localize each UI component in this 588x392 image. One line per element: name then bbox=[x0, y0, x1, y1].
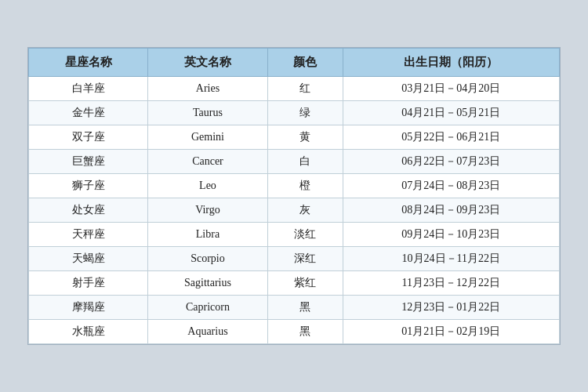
table-row: 天秤座Libra淡红09月24日－10月23日 bbox=[29, 223, 560, 247]
cell-birth-date: 07月24日－08月23日 bbox=[343, 174, 559, 198]
cell-chinese-name: 双子座 bbox=[29, 125, 148, 150]
cell-color: 绿 bbox=[267, 101, 343, 125]
table-body: 白羊座Aries红03月21日－04月20日金牛座Taurus绿04月21日－0… bbox=[29, 77, 560, 344]
cell-birth-date: 12月23日－01月22日 bbox=[343, 296, 559, 320]
cell-english-name: Leo bbox=[148, 174, 267, 198]
cell-birth-date: 01月21日－02月19日 bbox=[343, 320, 559, 344]
cell-english-name: Cancer bbox=[148, 150, 267, 174]
cell-color: 白 bbox=[267, 150, 343, 174]
cell-color: 黑 bbox=[267, 320, 343, 344]
cell-birth-date: 03月21日－04月20日 bbox=[343, 77, 559, 101]
cell-birth-date: 04月21日－05月21日 bbox=[343, 101, 559, 125]
cell-english-name: Capricorn bbox=[148, 296, 267, 320]
cell-chinese-name: 狮子座 bbox=[29, 174, 148, 198]
cell-birth-date: 10月24日－11月22日 bbox=[343, 247, 559, 271]
cell-english-name: Scorpio bbox=[148, 247, 267, 271]
cell-english-name: Aquarius bbox=[148, 320, 267, 344]
cell-birth-date: 06月22日－07月23日 bbox=[343, 150, 559, 174]
table-row: 处女座Virgo灰08月24日－09月23日 bbox=[29, 198, 560, 223]
cell-chinese-name: 天蝎座 bbox=[29, 247, 148, 271]
cell-english-name: Taurus bbox=[148, 101, 267, 125]
table-row: 摩羯座Capricorn黑12月23日－01月22日 bbox=[29, 296, 560, 320]
zodiac-table-container: 星座名称 英文名称 颜色 出生日期（阳历） 白羊座Aries红03月21日－04… bbox=[27, 47, 561, 345]
table-row: 狮子座Leo橙07月24日－08月23日 bbox=[29, 174, 560, 198]
cell-chinese-name: 处女座 bbox=[29, 198, 148, 223]
cell-birth-date: 11月23日－12月22日 bbox=[343, 271, 559, 296]
header-english-name: 英文名称 bbox=[148, 49, 267, 77]
cell-chinese-name: 巨蟹座 bbox=[29, 150, 148, 174]
cell-chinese-name: 摩羯座 bbox=[29, 296, 148, 320]
table-row: 射手座Sagittarius紫红11月23日－12月22日 bbox=[29, 271, 560, 296]
cell-birth-date: 05月22日－06月21日 bbox=[343, 125, 559, 150]
table-row: 双子座Gemini黄05月22日－06月21日 bbox=[29, 125, 560, 150]
cell-birth-date: 08月24日－09月23日 bbox=[343, 198, 559, 223]
cell-english-name: Sagittarius bbox=[148, 271, 267, 296]
cell-english-name: Libra bbox=[148, 223, 267, 247]
header-chinese-name: 星座名称 bbox=[29, 49, 148, 77]
cell-color: 紫红 bbox=[267, 271, 343, 296]
cell-color: 黄 bbox=[267, 125, 343, 150]
cell-chinese-name: 天秤座 bbox=[29, 223, 148, 247]
table-row: 白羊座Aries红03月21日－04月20日 bbox=[29, 77, 560, 101]
header-birth-date: 出生日期（阳历） bbox=[343, 49, 559, 77]
cell-color: 灰 bbox=[267, 198, 343, 223]
zodiac-table: 星座名称 英文名称 颜色 出生日期（阳历） 白羊座Aries红03月21日－04… bbox=[28, 48, 560, 344]
cell-color: 淡红 bbox=[267, 223, 343, 247]
cell-english-name: Gemini bbox=[148, 125, 267, 150]
table-row: 巨蟹座Cancer白06月22日－07月23日 bbox=[29, 150, 560, 174]
cell-chinese-name: 射手座 bbox=[29, 271, 148, 296]
table-row: 天蝎座Scorpio深红10月24日－11月22日 bbox=[29, 247, 560, 271]
cell-english-name: Aries bbox=[148, 77, 267, 101]
cell-chinese-name: 金牛座 bbox=[29, 101, 148, 125]
header-color: 颜色 bbox=[267, 49, 343, 77]
cell-chinese-name: 水瓶座 bbox=[29, 320, 148, 344]
cell-color: 黑 bbox=[267, 296, 343, 320]
cell-color: 橙 bbox=[267, 174, 343, 198]
table-row: 水瓶座Aquarius黑01月21日－02月19日 bbox=[29, 320, 560, 344]
table-header-row: 星座名称 英文名称 颜色 出生日期（阳历） bbox=[29, 49, 560, 77]
cell-color: 红 bbox=[267, 77, 343, 101]
cell-birth-date: 09月24日－10月23日 bbox=[343, 223, 559, 247]
cell-color: 深红 bbox=[267, 247, 343, 271]
table-row: 金牛座Taurus绿04月21日－05月21日 bbox=[29, 101, 560, 125]
cell-english-name: Virgo bbox=[148, 198, 267, 223]
cell-chinese-name: 白羊座 bbox=[29, 77, 148, 101]
